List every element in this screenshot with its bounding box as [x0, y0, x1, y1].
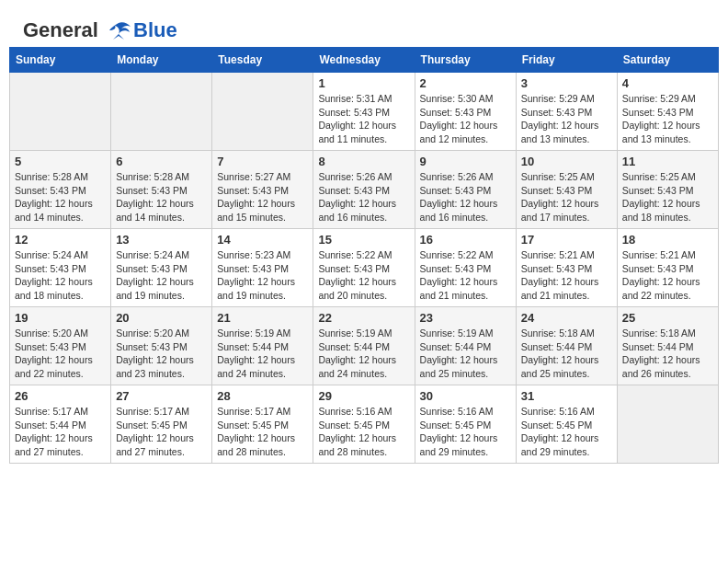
day-number: 16: [420, 233, 511, 247]
day-info: Sunrise: 5:25 AM Sunset: 5:43 PM Dayligh…: [521, 170, 612, 224]
col-header-saturday: Saturday: [617, 48, 718, 73]
day-info: Sunrise: 5:26 AM Sunset: 5:43 PM Dayligh…: [318, 170, 409, 224]
day-number: 21: [217, 311, 308, 325]
day-cell: 2Sunrise: 5:30 AM Sunset: 5:43 PM Daylig…: [415, 73, 516, 151]
day-number: 24: [521, 311, 612, 325]
day-number: 14: [217, 233, 308, 247]
day-info: Sunrise: 5:25 AM Sunset: 5:43 PM Dayligh…: [622, 170, 713, 224]
day-info: Sunrise: 5:31 AM Sunset: 5:43 PM Dayligh…: [318, 92, 409, 146]
day-cell: 29Sunrise: 5:16 AM Sunset: 5:45 PM Dayli…: [313, 385, 415, 464]
day-info: Sunrise: 5:29 AM Sunset: 5:43 PM Dayligh…: [622, 92, 713, 146]
day-cell: 14Sunrise: 5:23 AM Sunset: 5:43 PM Dayli…: [212, 229, 313, 307]
day-number: 25: [622, 311, 713, 325]
page-header: General Blue: [9, 9, 719, 47]
day-number: 20: [116, 311, 207, 325]
day-cell: 11Sunrise: 5:25 AM Sunset: 5:43 PM Dayli…: [617, 151, 718, 229]
calendar-header-row: SundayMondayTuesdayWednesdayThursdayFrid…: [10, 48, 719, 73]
day-number: 6: [116, 155, 207, 168]
day-number: 2: [420, 76, 511, 90]
day-number: 30: [420, 389, 511, 403]
day-cell: 1Sunrise: 5:31 AM Sunset: 5:43 PM Daylig…: [313, 73, 415, 151]
day-info: Sunrise: 5:19 AM Sunset: 5:44 PM Dayligh…: [420, 327, 511, 381]
day-info: Sunrise: 5:26 AM Sunset: 5:43 PM Dayligh…: [420, 170, 511, 224]
day-cell: 23Sunrise: 5:19 AM Sunset: 5:44 PM Dayli…: [415, 307, 516, 385]
day-info: Sunrise: 5:17 AM Sunset: 5:44 PM Dayligh…: [15, 405, 106, 459]
day-cell: 24Sunrise: 5:18 AM Sunset: 5:44 PM Dayli…: [516, 307, 617, 385]
day-cell: 18Sunrise: 5:21 AM Sunset: 5:43 PM Dayli…: [617, 229, 718, 307]
day-number: 18: [622, 233, 713, 247]
day-cell: [212, 73, 313, 151]
day-cell: [111, 73, 212, 151]
day-number: 10: [521, 155, 612, 168]
day-cell: 12Sunrise: 5:24 AM Sunset: 5:43 PM Dayli…: [10, 229, 111, 307]
day-number: 7: [217, 155, 308, 168]
day-cell: [617, 385, 718, 464]
day-info: Sunrise: 5:28 AM Sunset: 5:43 PM Dayligh…: [116, 170, 207, 224]
day-info: Sunrise: 5:23 AM Sunset: 5:43 PM Dayligh…: [217, 248, 308, 303]
day-number: 19: [15, 311, 106, 325]
day-cell: 5Sunrise: 5:28 AM Sunset: 5:43 PM Daylig…: [10, 151, 111, 229]
day-info: Sunrise: 5:24 AM Sunset: 5:43 PM Dayligh…: [116, 248, 207, 303]
day-info: Sunrise: 5:17 AM Sunset: 5:45 PM Dayligh…: [116, 405, 207, 459]
day-number: 15: [318, 233, 409, 247]
day-info: Sunrise: 5:16 AM Sunset: 5:45 PM Dayligh…: [521, 405, 612, 459]
day-number: 13: [116, 233, 207, 247]
day-cell: 4Sunrise: 5:29 AM Sunset: 5:43 PM Daylig…: [617, 73, 718, 151]
day-number: 12: [15, 233, 106, 247]
day-number: 9: [420, 155, 511, 168]
day-number: 29: [318, 389, 409, 403]
col-header-wednesday: Wednesday: [313, 48, 415, 73]
col-header-thursday: Thursday: [415, 48, 516, 73]
day-number: 8: [318, 155, 409, 168]
day-cell: 25Sunrise: 5:18 AM Sunset: 5:44 PM Dayli…: [617, 307, 718, 385]
day-info: Sunrise: 5:22 AM Sunset: 5:43 PM Dayligh…: [318, 248, 409, 303]
day-number: 28: [217, 389, 308, 403]
day-number: 3: [521, 76, 612, 90]
day-cell: 17Sunrise: 5:21 AM Sunset: 5:43 PM Dayli…: [516, 229, 617, 307]
week-row-5: 26Sunrise: 5:17 AM Sunset: 5:44 PM Dayli…: [10, 385, 719, 464]
day-number: 5: [15, 155, 106, 168]
day-number: 23: [420, 311, 511, 325]
col-header-friday: Friday: [516, 48, 617, 73]
week-row-2: 5Sunrise: 5:28 AM Sunset: 5:43 PM Daylig…: [10, 151, 719, 229]
day-cell: 30Sunrise: 5:16 AM Sunset: 5:45 PM Dayli…: [415, 385, 516, 464]
day-info: Sunrise: 5:21 AM Sunset: 5:43 PM Dayligh…: [622, 248, 713, 303]
week-row-4: 19Sunrise: 5:20 AM Sunset: 5:43 PM Dayli…: [10, 307, 719, 385]
day-cell: 22Sunrise: 5:19 AM Sunset: 5:44 PM Dayli…: [313, 307, 415, 385]
week-row-1: 1Sunrise: 5:31 AM Sunset: 5:43 PM Daylig…: [10, 73, 719, 151]
day-cell: 9Sunrise: 5:26 AM Sunset: 5:43 PM Daylig…: [415, 151, 516, 229]
day-info: Sunrise: 5:24 AM Sunset: 5:43 PM Dayligh…: [15, 248, 106, 303]
day-cell: 19Sunrise: 5:20 AM Sunset: 5:43 PM Dayli…: [10, 307, 111, 385]
calendar-table: SundayMondayTuesdayWednesdayThursdayFrid…: [9, 47, 719, 464]
day-info: Sunrise: 5:20 AM Sunset: 5:43 PM Dayligh…: [116, 327, 207, 381]
day-info: Sunrise: 5:17 AM Sunset: 5:45 PM Dayligh…: [217, 405, 308, 459]
day-info: Sunrise: 5:22 AM Sunset: 5:43 PM Dayligh…: [420, 248, 511, 303]
day-number: 11: [622, 155, 713, 168]
day-cell: 8Sunrise: 5:26 AM Sunset: 5:43 PM Daylig…: [313, 151, 415, 229]
day-info: Sunrise: 5:30 AM Sunset: 5:43 PM Dayligh…: [420, 92, 511, 146]
logo-bird-icon: [106, 21, 131, 41]
day-number: 1: [318, 76, 409, 90]
col-header-sunday: Sunday: [10, 48, 111, 73]
day-number: 31: [521, 389, 612, 403]
col-header-tuesday: Tuesday: [212, 48, 313, 73]
day-info: Sunrise: 5:21 AM Sunset: 5:43 PM Dayligh…: [521, 248, 612, 303]
day-cell: 13Sunrise: 5:24 AM Sunset: 5:43 PM Dayli…: [111, 229, 212, 307]
day-number: 27: [116, 389, 207, 403]
day-info: Sunrise: 5:18 AM Sunset: 5:44 PM Dayligh…: [521, 327, 612, 381]
day-info: Sunrise: 5:16 AM Sunset: 5:45 PM Dayligh…: [420, 405, 511, 459]
week-row-3: 12Sunrise: 5:24 AM Sunset: 5:43 PM Dayli…: [10, 229, 719, 307]
day-info: Sunrise: 5:28 AM Sunset: 5:43 PM Dayligh…: [15, 170, 106, 224]
day-info: Sunrise: 5:18 AM Sunset: 5:44 PM Dayligh…: [622, 327, 713, 381]
logo-general: General: [23, 18, 98, 41]
day-info: Sunrise: 5:20 AM Sunset: 5:43 PM Dayligh…: [15, 327, 106, 381]
day-info: Sunrise: 5:16 AM Sunset: 5:45 PM Dayligh…: [318, 405, 409, 459]
day-info: Sunrise: 5:19 AM Sunset: 5:44 PM Dayligh…: [217, 327, 308, 381]
col-header-monday: Monday: [111, 48, 212, 73]
day-number: 26: [15, 389, 106, 403]
day-cell: 27Sunrise: 5:17 AM Sunset: 5:45 PM Dayli…: [111, 385, 212, 464]
day-cell: 31Sunrise: 5:16 AM Sunset: 5:45 PM Dayli…: [516, 385, 617, 464]
day-cell: 26Sunrise: 5:17 AM Sunset: 5:44 PM Dayli…: [10, 385, 111, 464]
day-cell: 15Sunrise: 5:22 AM Sunset: 5:43 PM Dayli…: [313, 229, 415, 307]
day-cell: 6Sunrise: 5:28 AM Sunset: 5:43 PM Daylig…: [111, 151, 212, 229]
